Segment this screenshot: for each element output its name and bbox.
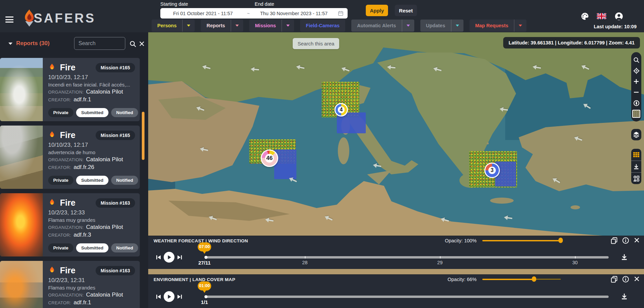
report-photo: [0, 58, 43, 121]
duplicate-layer-icon[interactable]: [611, 276, 618, 283]
filter-automatic-alerts[interactable]: Automatic Alerts: [351, 20, 414, 32]
report-creator: CREATOR:adf.fr.3: [48, 232, 135, 238]
dropdown-arrow-icon[interactable]: [514, 24, 526, 27]
report-status-row: PrivateSubmittedNotified: [48, 243, 136, 252]
dropdown-arrow-icon[interactable]: [451, 24, 463, 27]
dropdown-arrow-icon[interactable]: [231, 24, 243, 27]
close-layer-icon[interactable]: [634, 276, 640, 283]
close-panel-icon[interactable]: [139, 41, 145, 47]
opacity-slider-thumb[interactable]: [558, 238, 563, 243]
cluster-count: 4: [338, 106, 344, 113]
end-date-value[interactable]: Thu 30 November 2023 - 11:57: [251, 11, 336, 16]
report-cluster-marker[interactable]: 3: [484, 163, 500, 178]
duplicate-layer-icon[interactable]: [611, 237, 618, 244]
layers-icon[interactable]: [631, 129, 641, 140]
timeline-download-icon[interactable]: [620, 293, 628, 300]
map-search-icon[interactable]: [631, 55, 641, 65]
zoom-out-icon[interactable]: [631, 87, 641, 98]
dropdown-arrow-icon[interactable]: [282, 24, 294, 27]
info-icon[interactable]: [622, 276, 629, 283]
filter-persons[interactable]: Persons: [152, 20, 195, 32]
search-input[interactable]: [74, 37, 125, 50]
report-cluster-marker[interactable]: 4: [334, 103, 348, 116]
sidebar-header: Reports (30): [0, 32, 148, 54]
search-icon[interactable]: [129, 40, 136, 47]
close-layer-icon[interactable]: [634, 237, 640, 244]
compass-icon[interactable]: [631, 98, 641, 108]
filter-missions[interactable]: Missions: [249, 20, 294, 32]
timeline-tick: [440, 256, 441, 259]
report-card[interactable]: FireMission #16310/2/23, 12:31Flamas muy…: [0, 261, 140, 308]
starting-date-value[interactable]: Fri 01 October 2021 - 11:57: [160, 11, 246, 16]
skip-next-icon[interactable]: [177, 254, 183, 260]
menu-icon[interactable]: [5, 16, 13, 23]
skip-previous-icon[interactable]: [156, 294, 161, 300]
date-range-input[interactable]: Fri 01 October 2021 - 11:57 ~ Thu 30 Nov…: [160, 8, 348, 19]
calendar-icon[interactable]: [338, 10, 344, 16]
filter-bar: PersonsReportsMissionsField-CamerasAutom…: [152, 20, 526, 32]
language-flag-icon[interactable]: [597, 13, 606, 19]
collapse-chevron-icon[interactable]: [8, 42, 13, 45]
status-badge-submitted: Submitted: [76, 243, 108, 252]
filter-label: Automatic Alerts: [351, 23, 401, 28]
timeline-tick-label: 28: [302, 260, 308, 265]
timeline-tick: [305, 256, 305, 259]
search-this-area-button[interactable]: Search this area: [293, 38, 339, 49]
timeline-current-dot[interactable]: [204, 256, 207, 259]
filter-reports[interactable]: Reports: [201, 20, 243, 32]
basemap-style-button[interactable]: [631, 108, 641, 119]
theme-palette-icon[interactable]: [581, 12, 589, 21]
mission-badge: Mission #165: [96, 131, 135, 140]
time-marker[interactable]: 01:00: [198, 281, 211, 290]
map-legend-shapes-icon[interactable]: [631, 172, 641, 184]
locate-icon[interactable]: [631, 65, 641, 76]
timeline-tick: [575, 256, 576, 259]
report-card[interactable]: FireMission #16510/10/23, 12:17Incendi e…: [0, 58, 140, 121]
sidebar-scrollbar[interactable]: [142, 112, 144, 160]
timeline-slider[interactable]: [204, 296, 609, 298]
filter-map-requests[interactable]: Map Requests: [470, 20, 526, 32]
account-icon[interactable]: [615, 12, 623, 21]
report-description: Incendi en fase inicial. Fàcil accés,...: [48, 82, 135, 88]
dropdown-arrow-icon[interactable]: [402, 24, 414, 27]
filter-field-cameras[interactable]: Field-Cameras: [300, 20, 345, 32]
opacity-slider[interactable]: [482, 237, 561, 243]
status-badge-notified: Notified: [111, 243, 138, 252]
timeline-tick-label: 29: [437, 260, 443, 265]
map-canvas[interactable]: Search this area Latitude: 39.661381 | L…: [148, 32, 644, 308]
zoom-in-icon[interactable]: [631, 76, 641, 87]
play-button[interactable]: [164, 291, 174, 302]
report-photo: [0, 193, 43, 256]
sidebar-title[interactable]: Reports (30): [16, 40, 50, 47]
dropdown-arrow-icon[interactable]: [183, 24, 195, 27]
status-badge-private: Private: [48, 243, 73, 252]
skip-next-icon[interactable]: [177, 294, 183, 300]
report-datetime: 10/10/23, 12:17: [48, 142, 135, 148]
opacity-slider-thumb[interactable]: [532, 276, 536, 282]
app-logo[interactable]: SAFERS: [21, 9, 96, 28]
time-marker[interactable]: 07:00: [198, 242, 211, 251]
map-toolbar-layers: [631, 129, 641, 140]
status-badge-private: Private: [48, 108, 73, 117]
report-card[interactable]: FireMission #16310/2/23, 12:33Flamas muy…: [0, 193, 140, 256]
timeline-slider[interactable]: [204, 256, 609, 259]
filter-updates[interactable]: Updates: [420, 20, 463, 32]
play-button[interactable]: [164, 252, 174, 263]
report-organization: ORGANIZATION:Catalonia Pilot: [48, 156, 135, 163]
map-download-icon[interactable]: [631, 161, 641, 172]
apply-button[interactable]: Apply: [366, 5, 388, 16]
reset-button[interactable]: Reset: [395, 5, 417, 16]
report-title: Fire: [60, 198, 75, 208]
timeline-download-icon[interactable]: [620, 253, 628, 261]
report-cluster-marker[interactable]: 46: [261, 149, 278, 167]
opacity-label: Opacity: 66%: [448, 277, 477, 282]
skip-previous-icon[interactable]: [156, 254, 161, 260]
legend-grid-icon[interactable]: [631, 149, 641, 161]
report-card[interactable]: FireMission #16510/10/23, 12:17advertenc…: [0, 126, 140, 189]
date-range-section: Starting date End date Fri 01 October 20…: [160, 1, 348, 19]
info-icon[interactable]: [622, 237, 629, 244]
timeline-current-dot[interactable]: [204, 295, 207, 298]
mission-badge: Mission #163: [96, 266, 135, 275]
basemap-thumbnail[interactable]: [632, 110, 640, 118]
opacity-slider[interactable]: [482, 276, 561, 282]
